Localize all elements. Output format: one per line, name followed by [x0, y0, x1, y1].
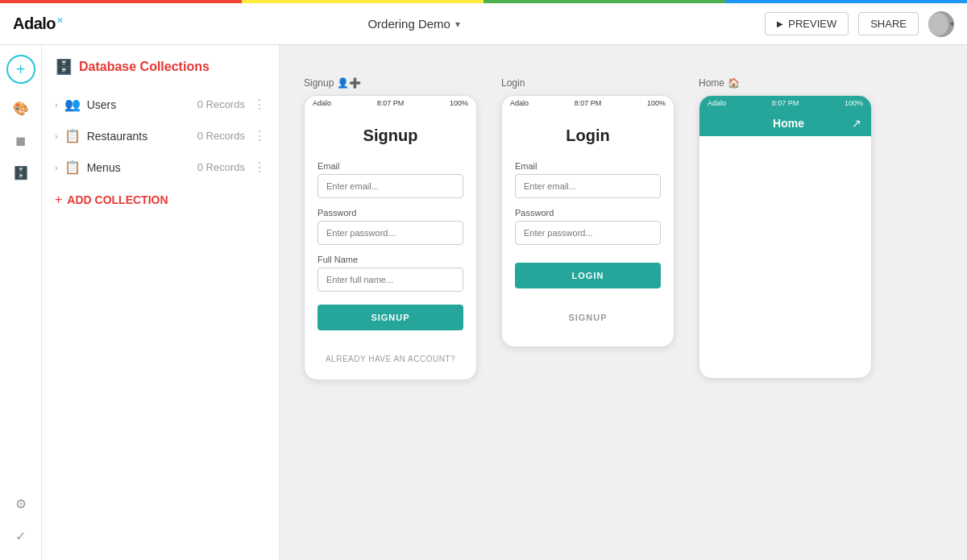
settings-icon-btn[interactable]: ⚙ — [6, 489, 35, 518]
avatar-image — [928, 13, 948, 35]
home-header-title: Home — [725, 117, 852, 130]
login-statusbar: Adalo 8:07 PM 100% — [502, 96, 674, 110]
checkmark-icon-btn[interactable]: ✓ — [6, 521, 35, 550]
add-icon: + — [16, 60, 26, 79]
app-name: Ordering Demo — [367, 17, 450, 31]
database-icon: 🗄️ — [13, 165, 29, 180]
restaurants-more-icon[interactable]: ⋮ — [253, 128, 266, 143]
db-header-icon: 🗄️ — [55, 58, 73, 76]
palette-icon: 🎨 — [13, 101, 29, 116]
login-password-group: Password — [515, 208, 661, 245]
canvas-area: Signup 👤➕ Adalo 8:07 PM 100% Signup Emai… — [280, 45, 967, 560]
settings-icon: ⚙ — [15, 496, 27, 512]
avatar[interactable]: ▾ — [928, 11, 954, 37]
palette-icon-btn[interactable]: 🎨 — [6, 93, 35, 122]
main-layout: + 🎨 ◼ 🗄️ ⚙ ✓ 🗄️ Database Collections › 👥… — [0, 45, 967, 560]
signup-password-group: Password — [317, 208, 463, 245]
login-content: Login Email Password LOGIN SIGNUP — [502, 110, 674, 346]
login-phone-frame: Adalo 8:07 PM 100% Login Email Password … — [501, 95, 674, 347]
login-email-group: Email — [515, 161, 661, 198]
login-password-label: Password — [515, 208, 661, 218]
signup-battery: 100% — [450, 99, 468, 107]
signup-fullname-input[interactable] — [317, 268, 463, 292]
home-label-text: Home — [699, 77, 724, 89]
collection-name-restaurants: Restaurants — [87, 130, 197, 143]
signup-phone-frame: Adalo 8:07 PM 100% Signup Email Password — [304, 95, 477, 380]
home-house-icon: 🏠 — [728, 77, 740, 89]
signup-label-text: Signup — [304, 77, 334, 89]
collection-count-restaurants: 0 Records — [197, 130, 245, 142]
database-icon-btn[interactable]: 🗄️ — [6, 158, 35, 187]
users-more-icon[interactable]: ⋮ — [253, 97, 266, 112]
login-label: Login — [501, 77, 525, 89]
signup-label: Signup 👤➕ — [304, 77, 361, 89]
signup-email-group: Email — [317, 161, 463, 198]
logo-accent-dot: ✕ — [56, 16, 63, 25]
collections-sidebar: 🗄️ Database Collections › 👥 Users 0 Reco… — [42, 45, 280, 560]
layers-icon: ◼ — [15, 133, 26, 148]
signup-person-icon: 👤➕ — [337, 77, 361, 89]
menus-icon: 📋 — [64, 160, 81, 175]
home-header: Home ↗ — [699, 110, 871, 136]
avatar-chevron: ▾ — [950, 19, 954, 28]
caret-users-icon: › — [55, 100, 58, 110]
collection-name-users: Users — [87, 98, 197, 111]
signup-fullname-label: Full Name — [317, 255, 463, 264]
sidebar-title: Database Collections — [79, 60, 210, 74]
preview-button[interactable]: ▶ PREVIEW — [765, 12, 849, 35]
share-label: SHARE — [870, 18, 907, 30]
topbar-left: Adalo ✕ — [13, 15, 63, 33]
share-button[interactable]: SHARE — [858, 12, 919, 35]
caret-menus-icon: › — [55, 163, 58, 172]
signup-cta-button[interactable]: SIGNUP — [317, 305, 463, 330]
collection-item-menus[interactable]: › 📋 Menus 0 Records ⋮ — [42, 151, 279, 183]
login-battery: 100% — [647, 99, 666, 107]
signup-already-text[interactable]: ALREADY HAVE AN ACCOUNT? — [317, 355, 463, 363]
collection-count-users: 0 Records — [197, 98, 245, 110]
home-statusbar: Adalo 8:07 PM 100% — [699, 96, 871, 110]
collection-count-menus: 0 Records — [197, 161, 245, 173]
home-carrier: Adalo — [708, 99, 726, 107]
logo-text: Adalo — [13, 15, 56, 33]
logo: Adalo ✕ — [13, 15, 63, 33]
signup-title: Signup — [317, 127, 463, 145]
chevron-down-icon[interactable]: ▾ — [455, 19, 460, 30]
icon-sidebar: + 🎨 ◼ 🗄️ ⚙ ✓ — [0, 45, 42, 560]
login-password-input[interactable] — [515, 221, 661, 245]
caret-restaurants-icon: › — [55, 131, 58, 141]
signup-email-input[interactable] — [317, 174, 463, 198]
signup-email-label: Email — [317, 161, 463, 171]
signup-screen-wrapper: Signup 👤➕ Adalo 8:07 PM 100% Signup Emai… — [304, 77, 477, 380]
login-cta-button[interactable]: LOGIN — [515, 263, 661, 288]
home-phone-frame: Adalo 8:07 PM 100% Home ↗ — [699, 95, 872, 379]
signup-password-input[interactable] — [317, 221, 463, 245]
home-battery: 100% — [845, 99, 863, 107]
play-icon: ▶ — [777, 19, 783, 28]
home-exit-icon: ↗ — [852, 117, 861, 130]
signup-password-label: Password — [317, 208, 463, 218]
login-label-text: Login — [501, 77, 525, 89]
topbar: Adalo ✕ Ordering Demo ▾ ▶ PREVIEW SHARE … — [0, 3, 967, 45]
layers-icon-btn[interactable]: ◼ — [6, 126, 35, 155]
login-signup-button[interactable]: SIGNUP — [515, 305, 661, 330]
collection-item-users[interactable]: › 👥 Users 0 Records ⋮ — [42, 89, 279, 120]
signup-statusbar: Adalo 8:07 PM 100% — [305, 96, 476, 110]
collection-item-restaurants[interactable]: › 📋 Restaurants 0 Records ⋮ — [42, 120, 279, 151]
login-screen-wrapper: Login Adalo 8:07 PM 100% Login Email Pas… — [501, 77, 674, 347]
login-email-input[interactable] — [515, 174, 661, 198]
signup-content: Signup Email Password Full Name SIGNUP — [305, 110, 476, 380]
menus-more-icon[interactable]: ⋮ — [253, 160, 266, 175]
add-collection-label: ADD COLLECTION — [67, 193, 168, 206]
add-button[interactable]: + — [6, 55, 35, 84]
home-time: 8:07 PM — [772, 99, 799, 107]
add-collection-plus-icon: + — [55, 193, 62, 207]
checkmark-icon: ✓ — [15, 529, 26, 544]
collection-name-menus: Menus — [87, 161, 197, 174]
add-collection-button[interactable]: + ADD COLLECTION — [42, 183, 279, 217]
home-label: Home 🏠 — [699, 77, 740, 89]
signup-time: 8:07 PM — [377, 99, 405, 107]
sidebar-header: 🗄️ Database Collections — [42, 58, 279, 89]
preview-label: PREVIEW — [788, 18, 836, 30]
users-icon: 👥 — [64, 97, 81, 112]
login-email-label: Email — [515, 161, 661, 171]
